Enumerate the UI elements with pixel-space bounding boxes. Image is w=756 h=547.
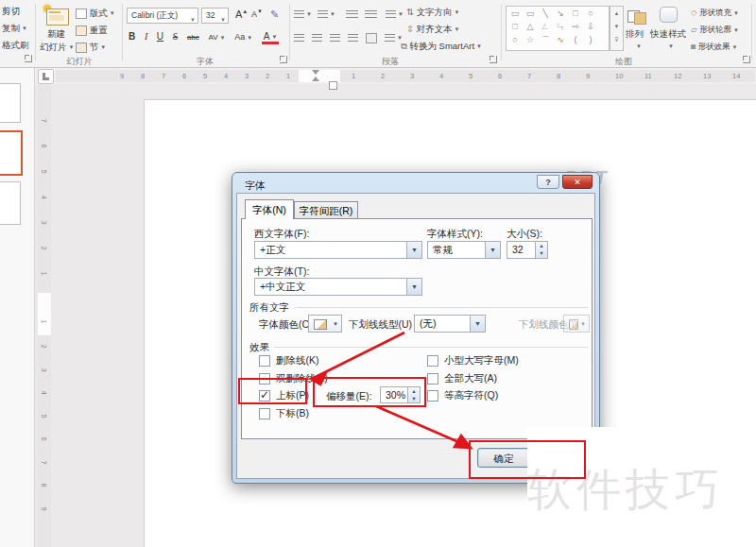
align-right-icon[interactable] — [330, 34, 340, 43]
font-color-button[interactable]: ▼ — [308, 315, 342, 333]
shape-icon[interactable]: ⌒ — [540, 34, 551, 45]
line-spacing-button[interactable]: ▼ — [386, 9, 404, 19]
effect-checkbox-row[interactable]: 等高字符(Q) — [427, 387, 519, 405]
shape-icon[interactable]: △ — [524, 21, 536, 32]
clear-formatting-button[interactable]: abc — [187, 33, 199, 42]
ruler-number: 3 — [40, 368, 48, 371]
effect-checkbox-row[interactable]: 全部大写(A) — [427, 370, 519, 388]
effect-checkbox-row[interactable]: 下标(B) — [259, 405, 328, 423]
selection-handle[interactable] — [329, 81, 337, 90]
drawing-dialog-launcher-icon[interactable] — [743, 56, 750, 63]
size-spinner[interactable]: 32▲▼ — [507, 241, 548, 259]
tab-character-spacing[interactable]: 字符间距(R) — [294, 201, 358, 219]
shape-gallery-scroll[interactable]: ▲▼⊽ — [610, 6, 624, 51]
cut-button[interactable]: 剪切 — [2, 6, 20, 18]
shape-icon[interactable]: ○ — [509, 34, 521, 45]
add-remove-columns-icon[interactable] — [385, 34, 395, 43]
help-button[interactable]: ? — [537, 175, 559, 189]
shape-icon[interactable]: ○ — [585, 8, 596, 19]
checkbox-icon[interactable] — [427, 373, 438, 385]
effect-checkbox-row[interactable]: 删除线(K) — [259, 352, 328, 370]
copy-button[interactable]: 复制▼ — [2, 23, 27, 35]
shape-effects-button[interactable]: ◙ 形状效果▼ — [691, 42, 737, 53]
shape-icon[interactable]: ㄥ — [540, 21, 551, 32]
checkbox-icon[interactable] — [259, 408, 270, 419]
shape-icon[interactable]: ▭ — [524, 8, 536, 19]
new-slide-label: 新建 — [47, 28, 65, 41]
shape-icon[interactable]: ⇨ — [570, 21, 581, 32]
font-name-combo[interactable]: Calibri (正文)▼ — [127, 8, 198, 24]
format-painter-button[interactable]: 格式刷 — [2, 40, 29, 52]
shape-icon[interactable]: ∿ — [555, 34, 566, 45]
horizontal-ruler[interactable]: 987654321 1234567891011121314 — [35, 68, 756, 84]
bullets-icon — [294, 10, 304, 19]
shape-gallery[interactable]: ▭▭╲↘□○□△ㄥㄣ⇨⇩○☆⌒∿() — [506, 6, 610, 51]
effect-checkbox-row[interactable]: 小型大写字母(M) — [427, 352, 519, 370]
spinner-arrows-icon[interactable]: ▲▼ — [535, 242, 547, 258]
paragraph-dialog-launcher-icon[interactable] — [490, 56, 497, 63]
layout-button[interactable]: 版式▼ — [76, 8, 115, 20]
font-color-button[interactable]: A▼ — [262, 31, 280, 44]
ruler-number: 8 — [141, 72, 145, 80]
annotation-box-ok — [469, 440, 586, 479]
ruler-number: 7 — [40, 460, 48, 464]
ruler-corner-button[interactable] — [38, 69, 54, 84]
clipboard-dialog-launcher-icon[interactable] — [25, 55, 32, 62]
decrease-indent-button[interactable] — [346, 9, 358, 19]
close-button[interactable]: ✕ — [562, 175, 593, 189]
columns-icon[interactable] — [366, 33, 377, 43]
asian-font-combo[interactable]: +中文正文▼ — [254, 278, 422, 296]
shape-icon[interactable]: ☆ — [524, 34, 536, 45]
shape-icon[interactable]: □ — [570, 8, 581, 19]
shape-icon[interactable]: ▭ — [509, 8, 521, 19]
underline-style-combo[interactable]: (无)▼ — [414, 315, 486, 333]
shape-fill-button[interactable]: ◇ 形状填充▼ — [691, 8, 739, 19]
shape-icon[interactable]: ╲ — [540, 8, 551, 19]
align-center-icon[interactable] — [312, 34, 322, 43]
checkbox-icon[interactable] — [259, 355, 270, 367]
shrink-font-button[interactable]: A▼ — [251, 9, 263, 19]
slide-thumbnail-1[interactable] — [0, 83, 21, 123]
indent-marker-icon[interactable] — [312, 77, 319, 81]
ruler-number: 8 — [40, 483, 48, 487]
align-text-button[interactable]: ⇳ 对齐文本▼ — [406, 24, 460, 36]
font-style-combo[interactable]: 常规▼ — [427, 241, 501, 259]
increase-indent-button[interactable] — [365, 9, 377, 19]
text-direction-button[interactable]: ⇅ 文字方向▼ — [406, 7, 460, 19]
shape-icon[interactable]: ㄣ — [555, 21, 566, 32]
grow-font-button[interactable]: A▲ — [235, 9, 248, 20]
strikethrough-button[interactable]: S — [173, 31, 179, 42]
justify-icon[interactable] — [348, 34, 358, 43]
font-size-combo[interactable]: 32▼ — [201, 8, 229, 24]
checkbox-icon[interactable] — [427, 390, 438, 402]
vertical-ruler[interactable]: 7654321 23456789 1 — [38, 85, 51, 547]
indent-marker-icon[interactable] — [312, 70, 319, 75]
slide-thumbnail-2-selected[interactable] — [0, 130, 23, 176]
font-dialog-launcher-icon[interactable] — [280, 56, 287, 63]
slide-thumbnail-3[interactable] — [0, 181, 21, 225]
checkbox-icon[interactable] — [427, 355, 438, 367]
slide-thumbnail-panel[interactable] — [0, 68, 35, 547]
character-spacing-button[interactable]: AV▼ — [208, 33, 225, 42]
underline-button[interactable]: U — [157, 31, 163, 42]
ruler-number: 12 — [674, 72, 681, 80]
latin-font-combo[interactable]: +正文▼ — [254, 241, 422, 259]
shape-icon[interactable]: ↘ — [555, 8, 566, 19]
numbering-button[interactable]: ▼ — [318, 9, 335, 19]
shape-icon[interactable]: ) — [585, 34, 596, 45]
align-left-icon[interactable] — [294, 34, 304, 43]
phonetic-guide-icon[interactable]: ✎ — [270, 9, 279, 21]
shape-icon[interactable]: ( — [570, 34, 581, 45]
tab-font[interactable]: 字体(N) — [245, 199, 294, 219]
italic-button[interactable]: I — [145, 31, 147, 42]
change-case-button[interactable]: Aa▼ — [234, 32, 252, 42]
shape-icon[interactable]: □ — [509, 21, 521, 32]
section-button[interactable]: 节▼ — [76, 42, 106, 54]
shape-outline-button[interactable]: ▱ 形状轮廓▼ — [691, 25, 739, 36]
reset-button[interactable]: 重置 — [76, 25, 108, 37]
increase-indent-icon — [365, 10, 377, 19]
bold-button[interactable]: B — [129, 31, 135, 42]
bullets-button[interactable]: ▼ — [294, 9, 312, 19]
convert-smartart-button[interactable]: ⧉ 转换为 SmartArt▼ — [401, 41, 482, 53]
shape-icon[interactable]: ⇩ — [585, 21, 596, 32]
